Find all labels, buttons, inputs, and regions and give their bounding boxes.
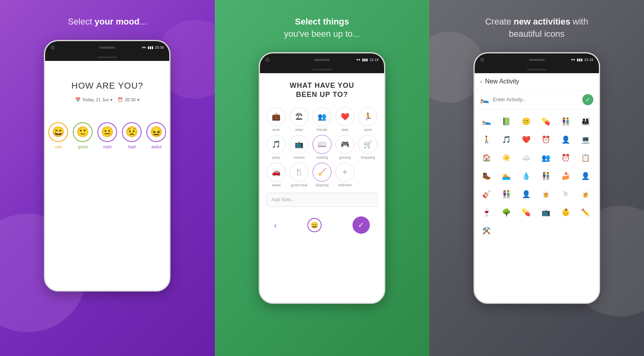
icon-drop[interactable]: 💧 (519, 169, 533, 183)
icon-alarm[interactable]: ⏰ (539, 133, 553, 147)
face-awful-circle: 😖 (146, 122, 166, 142)
icon-tools[interactable]: ⚒️ (479, 223, 494, 238)
back-arrow-icon[interactable]: ‹ (274, 221, 277, 230)
activity-gaming[interactable]: 🎮 gaming (335, 135, 355, 159)
icon-beer2[interactable]: 🍺 (578, 187, 593, 201)
icon-alarm2[interactable]: ⏰ (559, 151, 573, 165)
icon-book[interactable]: 📗 (499, 114, 513, 129)
activity-friends[interactable]: 👥 friends (312, 107, 332, 132)
rad-face-bottom[interactable]: 😄 (307, 218, 322, 232)
signal-icon-2: ▮▮▮ (362, 58, 368, 62)
activity-travel[interactable]: 🚗 travel (266, 163, 286, 187)
activity-circle-movies: 📺 (290, 135, 309, 154)
icon-cursor[interactable]: 🖱 (559, 187, 573, 201)
icon-hike[interactable]: 🥾 (479, 169, 494, 183)
screen2-bottom: ‹ 😄 ✓ (266, 212, 378, 238)
mood-awful[interactable]: 😖 awful (146, 122, 166, 149)
icon-laptop[interactable]: 💻 (578, 133, 593, 147)
face-good-circle: 🙂 (73, 122, 93, 142)
icon-sad[interactable]: 😕 (519, 114, 533, 129)
icon-music-note[interactable]: 🎵 (499, 133, 513, 147)
icon-clipboard[interactable]: 📋 (578, 151, 593, 165)
activity-confirm-button[interactable]: ✓ (582, 94, 593, 105)
icon-couple[interactable]: 👫 (559, 114, 573, 129)
activity-party[interactable]: 🎵 party (266, 135, 286, 159)
confirm-check-button[interactable]: ✓ (352, 216, 370, 234)
activity-date[interactable]: ❤️ date (335, 107, 355, 132)
icon-sleep[interactable]: 🛌 (479, 114, 494, 129)
icon-walk[interactable]: 🚶 (479, 133, 494, 147)
signal-icon-3: ▮▮▮ (577, 58, 583, 62)
icon-pencil[interactable]: ✏️ (578, 205, 593, 220)
icon-pill[interactable]: 💊 (539, 114, 553, 129)
wifi-icon-3: ▾▾ (571, 58, 575, 62)
time-item[interactable]: ⏰ 20:30 ▾ (117, 97, 140, 102)
activity-label-gaming: gaming (339, 155, 351, 159)
speaker-2 (314, 59, 330, 61)
activity-label-travel: travel (272, 183, 280, 187)
date-dropdown-icon: ▾ (110, 97, 113, 102)
activity-label-reading: reading (316, 155, 328, 159)
icon-person[interactable]: 👤 (559, 133, 573, 147)
icon-wine[interactable]: 🍷 (479, 205, 494, 220)
mood-content: HOW ARE YOU? 📅 Today, 21 Jun ▾ ⏰ 20:30 ▾ (45, 61, 169, 161)
back-button[interactable]: ‹ (480, 78, 482, 85)
status-bar-3: ▾▾ ▮▮▮ 21:19 (475, 53, 599, 66)
panel2-title: Select things you've been up to... (284, 16, 360, 40)
phone-3: ▾▾ ▮▮▮ 21:19 ‹ New Activity 🛌 ✓ (474, 52, 600, 304)
icon-swim[interactable]: 🏊 (499, 169, 513, 183)
icon-baby[interactable]: 👶 (559, 205, 573, 220)
activity-editnew[interactable]: + edit/new (335, 163, 355, 187)
notch-bar-2 (312, 69, 332, 70)
status-bar-2: ▾▾ ▮▮▮ 21:19 (260, 53, 384, 66)
activity-label-relax: relax (295, 128, 303, 132)
activity-cleaning[interactable]: 🧹 cleaning (312, 163, 332, 187)
icon-heart[interactable]: ❤️ (519, 133, 533, 147)
time-label: 20:30 (125, 97, 136, 102)
mood-good[interactable]: 🙂 good (73, 122, 93, 149)
icon-tree[interactable]: 🌳 (499, 205, 513, 220)
icon-couple2[interactable]: 👫 (499, 187, 513, 201)
phone-notch-1 (45, 54, 169, 61)
icon-people2[interactable]: 👥 (539, 151, 553, 165)
mood-meh[interactable]: 😐 meh (97, 122, 117, 149)
activity-goodmeal[interactable]: 🍴 good meal (289, 163, 309, 187)
activity-label-movies: movies (294, 155, 305, 159)
notch-bar (97, 57, 117, 58)
activity-relax[interactable]: ⛱ relax (289, 107, 309, 132)
activity-label-goodmeal: good meal (291, 183, 307, 187)
icon-cloud[interactable]: ☁️ (519, 151, 533, 165)
date-item[interactable]: 📅 Today, 21 Jun ▾ (75, 97, 113, 102)
activity-shopping[interactable]: 🛒 shopping (358, 135, 378, 159)
icon-guitar[interactable]: 🎸 (479, 187, 494, 201)
mood-bad[interactable]: 😟 bad (122, 122, 142, 149)
note-input[interactable]: Add Note... (266, 193, 378, 207)
icon-profile[interactable]: 👤 (519, 187, 533, 201)
panel-new-activity: Create new activities withbeautiful icon… (429, 0, 644, 356)
icon-cake[interactable]: 🍰 (559, 169, 573, 183)
icon-sun[interactable]: ☀️ (499, 151, 513, 165)
new-activity-content: ‹ New Activity 🛌 ✓ 🛌 📗 😕 💊 👫 👨‍👩‍ (475, 73, 599, 242)
activity-search-input[interactable] (493, 97, 578, 102)
icon-family[interactable]: 👨‍👩‍👧 (578, 114, 593, 129)
time-display-2: 21:19 (369, 58, 379, 62)
icon-house[interactable]: 🏠 (479, 151, 494, 165)
icon-medicine[interactable]: 💊 (519, 205, 533, 220)
icon-beer[interactable]: 🍺 (539, 187, 553, 201)
mood-rad[interactable]: 😄 rad (48, 122, 68, 149)
icon-tv[interactable]: 📺 (539, 205, 553, 220)
icon-person2[interactable]: 👤 (578, 169, 593, 183)
activity-circle-sport: 🏃 (358, 107, 377, 126)
activities-question: WHAT HAVE YOU BEEN UP TO? (266, 81, 378, 100)
panel1-title: Select your mood... (68, 16, 147, 28)
activity-sport[interactable]: 🏃 sport (358, 107, 378, 132)
activity-reading[interactable]: 📖 reading (312, 135, 332, 159)
screen-new-activity: ‹ New Activity 🛌 ✓ 🛌 📗 😕 💊 👫 👨‍👩‍ (475, 73, 599, 303)
status-icons: ▾▾ ▮▮▮ 20:30 (142, 45, 164, 49)
activity-circle-gaming: 🎮 (335, 135, 354, 154)
activity-movies[interactable]: 📺 movies (289, 135, 309, 159)
activity-work[interactable]: 💼 work (266, 107, 286, 132)
icon-people3[interactable]: 👫 (539, 169, 553, 183)
activity-circle-party: 🎵 (267, 135, 286, 154)
speaker-3 (529, 59, 545, 61)
